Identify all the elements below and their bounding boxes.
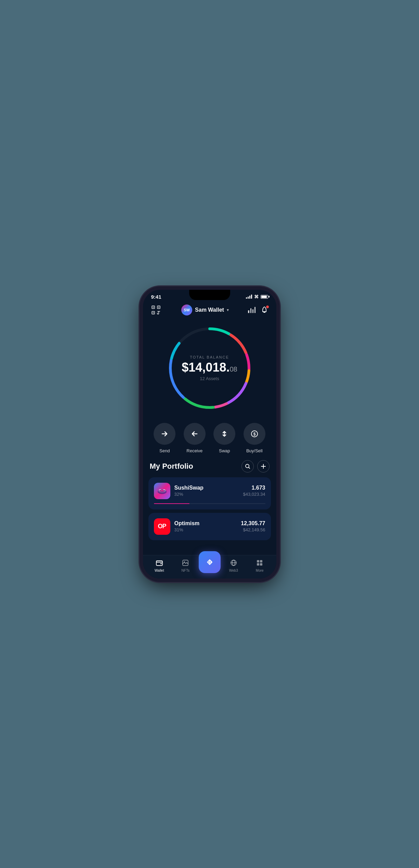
balance-section: TOTAL BALANCE $14,018.08 12 Assets [143,320,276,419]
bottom-nav: Wallet NFTs [143,555,276,579]
avatar: SW [181,305,192,315]
web3-nav-label: Web3 [229,569,238,572]
send-label: Send [159,448,170,453]
wallet-nav-icon [155,558,164,567]
nfts-nav-label: NFTs [182,569,189,572]
nav-item-nfts[interactable]: NFTs [172,558,199,572]
sushi-icon [157,485,168,496]
svg-rect-42 [257,560,259,562]
phone-screen: 9:41 ⌘ [143,290,276,579]
app-header: SW Sam Wallet ▾ [143,301,276,320]
wallet-nav-label: Wallet [155,569,164,572]
chart-icon[interactable] [248,307,256,313]
action-buttons: Send Receive Swap [143,419,276,460]
buysell-action[interactable]: $ Buy/Sell [244,423,265,453]
sushiswap-logo [154,483,170,499]
more-nav-icon [255,558,264,567]
send-icon [161,430,168,438]
sushiswap-percent: 32% [174,492,239,497]
svg-rect-36 [160,563,162,564]
send-button[interactable] [154,423,175,445]
wallet-name: Sam Wallet [195,307,224,313]
svg-point-34 [163,490,165,491]
svg-rect-45 [260,563,262,566]
svg-point-38 [184,561,185,562]
nav-item-wallet[interactable]: Wallet [146,558,173,572]
buysell-button[interactable]: $ [244,423,265,445]
portfolio-section: My Portfolio [143,460,276,555]
optimism-amount: 12,305.77 [241,520,265,527]
swap-icon [221,430,228,438]
sushiswap-values: 1.673 $43,023.34 [243,485,265,497]
sushiswap-progress-bar [154,503,265,504]
notch [189,290,230,300]
wallet-selector[interactable]: SW Sam Wallet ▾ [181,305,229,315]
header-right [248,305,269,315]
portfolio-header: My Portfolio [148,460,271,472]
receive-label: Receive [186,448,202,453]
portfolio-title: My Portfolio [150,462,193,471]
portfolio-search-button[interactable] [241,460,254,472]
svg-rect-43 [260,560,262,562]
nav-item-web3[interactable]: Web3 [221,558,247,572]
svg-line-25 [249,467,250,468]
optimism-percent: 31% [174,527,237,532]
svg-point-33 [159,490,160,491]
plus-icon [261,464,266,469]
svg-rect-35 [156,561,162,566]
nav-item-more[interactable]: More [247,558,273,572]
nav-center-swap-button[interactable] [199,551,221,573]
sushiswap-progress-fill [154,503,189,504]
sushiswap-info: SushiSwap 32% [174,485,239,497]
svg-rect-44 [257,563,259,566]
wifi-icon: ⌘ [254,294,259,299]
receive-button[interactable] [184,423,206,445]
buysell-label: Buy/Sell [246,448,263,453]
optimism-values: 12,305.77 $42,149.56 [241,520,265,532]
balance-assets-count: 12 Assets [165,376,254,381]
swap-action[interactable]: Swap [213,423,235,453]
asset-card-optimism[interactable]: OP Optimism 31% 12,305.77 $42,149.56 [148,513,271,540]
swap-label: Swap [219,448,230,453]
balance-label: TOTAL BALANCE [165,355,254,359]
svg-rect-5 [153,312,154,313]
buysell-icon: $ [250,430,259,438]
balance-circle: TOTAL BALANCE $14,018.08 12 Assets [165,324,254,413]
asset-card-sushiswap[interactable]: SushiSwap 32% 1.673 $43,023.34 [148,477,271,509]
more-nav-label: More [256,569,264,572]
search-icon [245,464,250,469]
optimism-logo: OP [154,518,170,535]
nfts-nav-icon [181,558,190,567]
status-icons: ⌘ [246,294,268,299]
svg-rect-4 [158,307,159,308]
center-swap-icon [205,557,214,567]
receive-icon [191,430,198,438]
notification-button[interactable] [260,305,269,315]
status-time: 9:41 [151,294,161,300]
phone-frame: 9:41 ⌘ [143,290,276,579]
svg-rect-3 [153,307,154,308]
chevron-down-icon: ▾ [227,308,229,312]
scan-button[interactable] [150,304,162,316]
svg-point-11 [264,307,265,307]
battery-icon [261,295,268,299]
sushiswap-name: SushiSwap [174,485,239,491]
optimism-name: Optimism [174,520,237,527]
optimism-info: Optimism 31% [174,520,237,532]
notification-badge [266,305,269,309]
svg-text:$: $ [253,432,256,437]
asset-row: OP Optimism 31% 12,305.77 $42,149.56 [154,518,265,535]
balance-amount: $14,018.08 [165,360,254,374]
signal-icon [246,295,252,299]
sushiswap-usd: $43,023.34 [243,492,265,497]
portfolio-actions [241,460,270,472]
sushiswap-amount: 1.673 [243,485,265,491]
web3-nav-icon [229,558,238,567]
send-action[interactable]: Send [154,423,175,453]
receive-action[interactable]: Receive [184,423,206,453]
swap-button[interactable] [213,423,235,445]
portfolio-add-button[interactable] [257,460,270,472]
scan-icon [152,306,160,314]
balance-info: TOTAL BALANCE $14,018.08 12 Assets [165,355,254,381]
asset-row: SushiSwap 32% 1.673 $43,023.34 [154,483,265,499]
